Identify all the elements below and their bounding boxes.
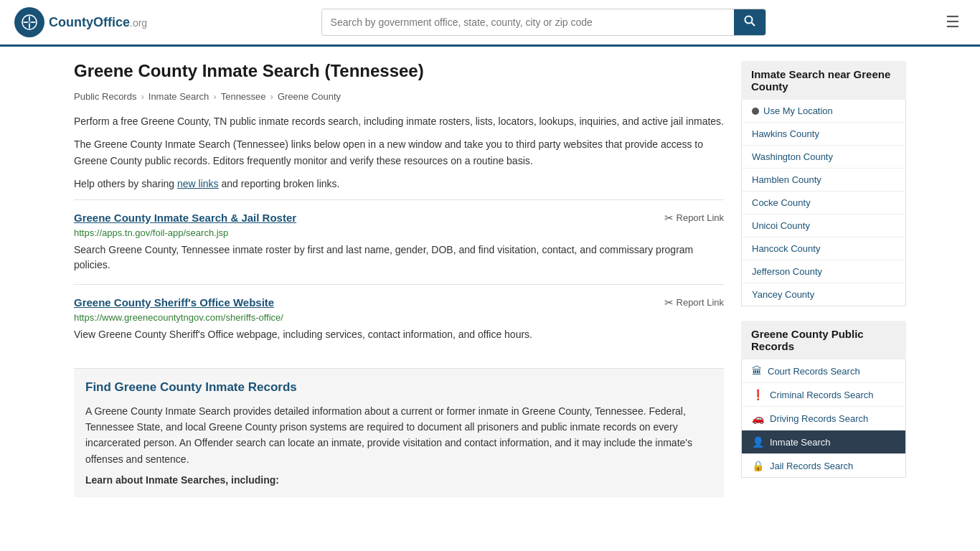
report-link-label-2: Report Link <box>677 297 724 308</box>
page-title: Greene County Inmate Search (Tennessee) <box>74 61 724 81</box>
description-1: Perform a free Greene County, TN public … <box>74 113 724 129</box>
sidebar-public-records-section: Greene County Public Records 🏛 Court Rec… <box>741 321 906 478</box>
new-links-link[interactable]: new links <box>177 178 219 189</box>
find-section-title: Find Greene County Inmate Records <box>85 380 712 395</box>
breadcrumb-sep-1: › <box>141 91 143 102</box>
cocke-county-link[interactable]: Cocke County <box>742 192 905 214</box>
hawkins-county-link[interactable]: Hawkins County <box>742 123 905 145</box>
svg-point-1 <box>745 17 752 24</box>
jail-records-icon: 🔒 <box>752 460 764 471</box>
sidebar-driving-records-item: 🚗 Driving Records Search <box>742 407 905 430</box>
breadcrumb: Public Records › Inmate Search › Tenness… <box>74 91 724 102</box>
link-title-1[interactable]: Greene County Inmate Search & Jail Roste… <box>74 212 296 224</box>
description-2: The Greene County Inmate Search (Tenness… <box>74 136 724 169</box>
washington-county-link[interactable]: Washington County <box>742 146 905 168</box>
link-card-2: Greene County Sheriff's Office Website ✂… <box>74 284 724 354</box>
search-area <box>321 9 766 36</box>
link-card-header-1: Greene County Inmate Search & Jail Roste… <box>74 212 724 225</box>
sidebar: Inmate Search near Greene County Use My … <box>741 61 906 497</box>
use-location-label: Use My Location <box>763 105 833 116</box>
find-section: Find Greene County Inmate Records A Gree… <box>74 368 724 498</box>
jail-records-link[interactable]: 🔒 Jail Records Search <box>742 454 905 477</box>
scissors-icon-2: ✂ <box>664 296 674 309</box>
breadcrumb-sep-3: › <box>270 91 273 102</box>
breadcrumb-public-records[interactable]: Public Records <box>74 91 136 102</box>
inmate-search-link[interactable]: 👤 Inmate Search <box>742 430 905 453</box>
sidebar-item-hamblen: Hamblen County <box>742 169 905 192</box>
hancock-county-link[interactable]: Hancock County <box>742 237 905 260</box>
site-header: CountyOffice.org ☰ <box>0 0 980 47</box>
location-dot-icon <box>752 108 759 115</box>
sidebar-jail-records-item: 🔒 Jail Records Search <box>742 454 905 477</box>
link-desc-2: View Greene County Sheriff's Office webp… <box>74 327 724 342</box>
sidebar-item-hawkins: Hawkins County <box>742 123 905 146</box>
sidebar-nearby-section: Inmate Search near Greene County Use My … <box>741 61 906 306</box>
content-area: Greene County Inmate Search (Tennessee) … <box>74 61 724 497</box>
court-records-link[interactable]: 🏛 Court Records Search <box>742 359 905 382</box>
criminal-records-label: Criminal Records Search <box>770 390 874 400</box>
jail-records-label: Jail Records Search <box>770 461 853 471</box>
court-records-icon: 🏛 <box>752 365 762 377</box>
inmate-search-icon: 👤 <box>752 436 764 448</box>
link-desc-1: Search Greene County, Tennessee inmate r… <box>74 242 724 273</box>
sidebar-item-unicoi: Unicoi County <box>742 215 905 237</box>
sidebar-item-yancey: Yancey County <box>742 283 905 306</box>
breadcrumb-sep-2: › <box>213 91 216 102</box>
sidebar-inmate-search-item: 👤 Inmate Search <box>742 430 905 454</box>
criminal-records-icon: ❗ <box>752 389 764 400</box>
sidebar-court-records-item: 🏛 Court Records Search <box>742 359 905 383</box>
sidebar-item-jefferson: Jefferson County <box>742 260 905 283</box>
court-records-label: Court Records Search <box>768 366 860 377</box>
inmate-search-label: Inmate Search <box>770 437 831 448</box>
link-url-1: https://apps.tn.gov/foil-app/search.jsp <box>74 227 724 238</box>
criminal-records-link[interactable]: ❗ Criminal Records Search <box>742 383 905 406</box>
breadcrumb-inmate-search[interactable]: Inmate Search <box>149 91 209 102</box>
driving-records-link[interactable]: 🚗 Driving Records Search <box>742 407 905 430</box>
driving-records-label: Driving Records Search <box>770 413 868 424</box>
sidebar-item-washington: Washington County <box>742 146 905 169</box>
logo-area: CountyOffice.org <box>14 7 147 37</box>
link-card-header-2: Greene County Sheriff's Office Website ✂… <box>74 296 724 309</box>
sidebar-nearby-list: Use My Location Hawkins County Washingto… <box>741 100 906 306</box>
breadcrumb-tennessee[interactable]: Tennessee <box>221 91 266 102</box>
description-3: Help others by sharing new links and rep… <box>74 176 724 192</box>
logo-icon <box>14 7 44 37</box>
report-link-btn-1[interactable]: ✂ Report Link <box>664 212 724 225</box>
sidebar-public-records-list: 🏛 Court Records Search ❗ Criminal Record… <box>741 359 906 478</box>
link-title-2[interactable]: Greene County Sheriff's Office Website <box>74 296 274 309</box>
hamblen-county-link[interactable]: Hamblen County <box>742 169 905 191</box>
find-section-desc: A Greene County Inmate Search provides d… <box>85 403 712 468</box>
unicoi-county-link[interactable]: Unicoi County <box>742 215 905 237</box>
use-location-link[interactable]: Use My Location <box>742 100 905 122</box>
link-card-1: Greene County Inmate Search & Jail Roste… <box>74 199 724 284</box>
jefferson-county-link[interactable]: Jefferson County <box>742 260 905 283</box>
sidebar-nearby-title: Inmate Search near Greene County <box>741 61 906 100</box>
logo-text: CountyOffice.org <box>49 15 147 30</box>
report-link-btn-2[interactable]: ✂ Report Link <box>664 296 724 309</box>
yancey-county-link[interactable]: Yancey County <box>742 283 905 306</box>
breadcrumb-greene-county[interactable]: Greene County <box>278 91 341 102</box>
main-container: Greene County Inmate Search (Tennessee) … <box>60 47 920 512</box>
sidebar-item-hancock: Hancock County <box>742 237 905 260</box>
sidebar-public-records-title: Greene County Public Records <box>741 321 906 359</box>
search-input[interactable] <box>322 11 734 34</box>
sidebar-criminal-records-item: ❗ Criminal Records Search <box>742 383 905 407</box>
learn-title: Learn about Inmate Searches, including: <box>85 474 712 486</box>
scissors-icon-1: ✂ <box>664 212 674 225</box>
link-url-2: https://www.greenecountytngov.com/sherif… <box>74 312 724 323</box>
sidebar-item-cocke: Cocke County <box>742 192 905 215</box>
search-button[interactable] <box>734 9 765 35</box>
driving-records-icon: 🚗 <box>752 413 764 424</box>
hamburger-button[interactable]: ☰ <box>940 10 966 34</box>
sidebar-use-location-item: Use My Location <box>742 100 905 123</box>
svg-line-2 <box>751 23 755 27</box>
report-link-label-1: Report Link <box>677 212 724 223</box>
